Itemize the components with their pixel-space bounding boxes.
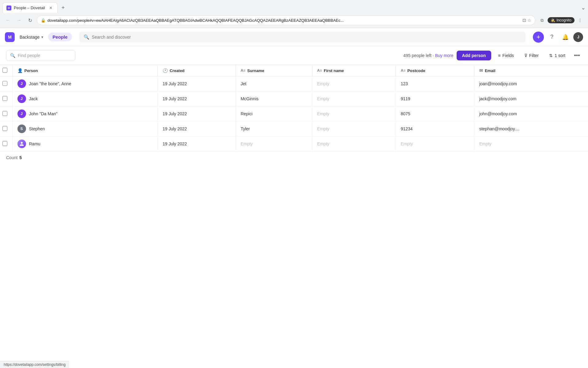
filter-icon: ⊽ <box>524 53 527 58</box>
row-checkbox-cell <box>0 76 12 91</box>
created-cell: 19 July 2022 <box>157 136 236 151</box>
global-search[interactable]: 🔍 <box>79 32 526 43</box>
email-cell: jack@moodjoy.com <box>474 91 588 106</box>
people-count-text: 495 people left · Buy more <box>403 53 453 58</box>
person-cell: Ramu <box>12 136 157 151</box>
email-column-header: ✉ Email <box>474 65 588 76</box>
fields-button[interactable]: ≡ Fields <box>494 51 518 60</box>
table-header-row: 👤 Person 🕐 Created A≡ Surname <box>0 65 588 76</box>
postcode-cell: 123 <box>396 76 474 91</box>
search-input[interactable] <box>92 35 521 40</box>
sort-label: 1 sort <box>555 53 565 58</box>
table-body: JJoan "the bone", Anne19 July 2022JetEmp… <box>0 76 588 151</box>
filter-label: Filter <box>529 53 539 58</box>
cast-icon[interactable]: ⊡ <box>522 18 526 23</box>
surname-cell: Repici <box>236 106 312 121</box>
more-options-button[interactable]: ••• <box>572 51 582 60</box>
postcode-cell: 9119 <box>396 91 474 106</box>
surname-column-label: Surname <box>247 68 264 73</box>
person-cell: SStephen <box>12 121 157 136</box>
person-column-icon: 👤 <box>17 68 23 73</box>
browser-more-button[interactable]: ⋮ <box>576 16 584 25</box>
avatar: J <box>17 79 26 88</box>
firstname-cell: Empty <box>312 91 396 106</box>
row-checkbox-cell <box>0 136 12 151</box>
firstname-cell: Empty <box>312 121 396 136</box>
add-person-button[interactable]: Add person <box>457 51 492 60</box>
new-tab-button[interactable]: + <box>59 3 67 12</box>
created-column-icon: 🕐 <box>163 68 168 73</box>
row-checkbox[interactable] <box>2 111 7 116</box>
find-people-search[interactable]: 🔍 <box>6 50 75 61</box>
count-label: Count <box>6 155 17 160</box>
table-row[interactable]: Ramu19 July 2022EmptyEmptyEmptyEmpty <box>0 136 588 151</box>
firstname-column-header: A≡ First name <box>312 65 396 76</box>
user-avatar[interactable]: J <box>573 32 583 42</box>
browser-chrome: D People – Dovetail × + ⌄ ← → ↻ 🔒 doveta… <box>0 0 588 28</box>
fields-label: Fields <box>503 53 514 58</box>
person-column-header: 👤 Person <box>12 65 157 76</box>
app-header: M Backstage ▾ People 🔍 + ? 🔔 J <box>0 28 588 46</box>
row-checkbox[interactable] <box>2 126 7 131</box>
reload-button[interactable]: ↻ <box>26 16 34 25</box>
firstname-cell: Empty <box>312 136 396 151</box>
count-value: 5 <box>19 155 22 160</box>
postcode-column-label: Postcode <box>407 68 425 73</box>
tab-close-button[interactable]: × <box>48 5 54 11</box>
avatar: S <box>17 125 26 133</box>
notification-button[interactable]: 🔔 <box>560 32 571 43</box>
email-column-icon: ✉ <box>479 68 483 73</box>
person-name: Stephen <box>29 126 45 131</box>
surname-column-icon: A≡ <box>241 68 246 73</box>
avatar: J <box>17 94 26 103</box>
bookmark-icon[interactable]: ☆ <box>527 18 531 23</box>
buy-more-link[interactable]: Buy more <box>435 53 454 58</box>
filter-button[interactable]: ⊽ Filter <box>521 51 542 60</box>
workspace-name: Backstage <box>20 35 40 40</box>
firstname-column-icon: A≡ <box>317 68 322 73</box>
tab-favicon: D <box>6 6 11 10</box>
created-column-header: 🕐 Created <box>157 65 236 76</box>
forward-button[interactable]: → <box>15 16 23 25</box>
toolbar: 🔍 495 people left · Buy more Add person … <box>0 46 588 65</box>
table-row[interactable]: JJohn "Da Man"19 July 2022RepiciEmpty807… <box>0 106 588 121</box>
workspace-button[interactable]: Backstage ▾ <box>17 33 46 41</box>
created-cell: 19 July 2022 <box>157 91 236 106</box>
empty-value: Empty <box>401 141 413 146</box>
sort-button[interactable]: ⇅ 1 sort <box>545 51 569 60</box>
address-bar[interactable]: 🔒 dovetailapp.com/people#v=ewAiAHEAIgA6A… <box>37 15 535 25</box>
tab-bar: D People – Dovetail × + ⌄ <box>0 0 588 13</box>
find-people-input[interactable] <box>18 53 71 58</box>
person-name: Jack <box>29 96 38 101</box>
person-name: John "Da Man" <box>29 111 58 116</box>
table-row[interactable]: JJoan "the bone", Anne19 July 2022JetEmp… <box>0 76 588 91</box>
row-checkbox[interactable] <box>2 81 7 86</box>
row-checkbox[interactable] <box>2 141 7 146</box>
url-text: dovetailapp.com/people#v=ewAiAHEAIgA6ACI… <box>47 18 521 23</box>
email-cell: joan@moodjoy.com <box>474 76 588 91</box>
created-cell: 19 July 2022 <box>157 76 236 91</box>
surname-cell: Empty <box>236 136 312 151</box>
table-row[interactable]: JJack19 July 2022McGinnisEmpty9119jack@m… <box>0 91 588 106</box>
table-row[interactable]: SStephen19 July 2022TylerEmpty91234steph… <box>0 121 588 136</box>
incognito-button[interactable]: 🕵 Incognito <box>548 17 575 23</box>
person-cell: JJack <box>12 91 157 106</box>
empty-value: Empty <box>317 96 330 101</box>
row-checkbox[interactable] <box>2 96 7 101</box>
help-button[interactable]: ? <box>546 32 557 43</box>
count-row: Count 5 <box>0 151 588 164</box>
tab-title: People – Dovetail <box>14 6 46 10</box>
people-nav-pill[interactable]: People <box>48 33 72 41</box>
person-column-label: Person <box>24 68 38 73</box>
active-tab[interactable]: D People – Dovetail × <box>2 2 58 13</box>
email-cell: stephan@moodjoy.... <box>474 121 588 136</box>
workspace-chevron-icon: ▾ <box>41 35 43 39</box>
select-all-column[interactable] <box>0 65 12 76</box>
search-icon: 🔍 <box>84 34 89 40</box>
empty-value: Empty <box>241 141 253 146</box>
tab-minimize: ⌄ <box>581 4 586 11</box>
add-button[interactable]: + <box>533 32 544 43</box>
extensions-button[interactable]: ⧉ <box>538 16 546 25</box>
select-all-checkbox[interactable] <box>2 68 7 73</box>
back-button[interactable]: ← <box>4 16 12 25</box>
